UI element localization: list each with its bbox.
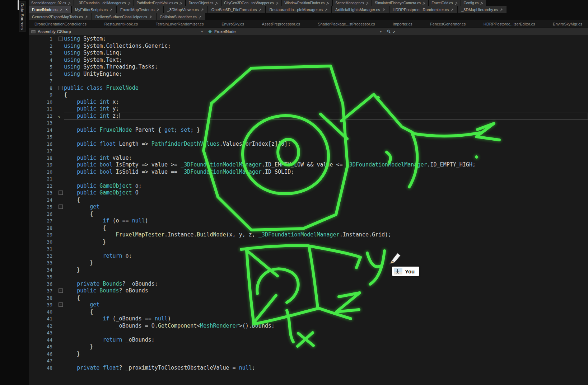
- code-line-3[interactable]: 3using System.Linq;: [29, 50, 588, 57]
- pin-icon[interactable]: [68, 1, 71, 5]
- code-line-48[interactable]: 48 private float? _proximityToClosestObs…: [29, 365, 588, 372]
- tab-importer-cs[interactable]: Importer.cs: [391, 20, 414, 28]
- code-line-16[interactable]: 16 public float Length => PathfinderDept…: [29, 141, 588, 148]
- tab-citygen3dgen-torwrapper-cs[interactable]: CityGen3DGen...torWrapper.cs: [221, 0, 281, 6]
- tab-terrainlayerrandomizer-cs[interactable]: TerrainLayerRandomizer.cs: [154, 20, 205, 28]
- fold-indicator[interactable]: −: [55, 301, 64, 309]
- pin-icon[interactable]: [382, 8, 386, 11]
- tab-windowpositionfinder-cs[interactable]: WindowPositionFinder.cs: [282, 0, 332, 6]
- tab-scenemanager-cs[interactable]: SceneManager.cs: [333, 0, 372, 6]
- fold-indicator[interactable]: −: [55, 85, 64, 92]
- pin-icon[interactable]: [215, 1, 218, 5]
- code-line-20[interactable]: 20 public bool IsSolid => value == _3DFo…: [29, 169, 588, 176]
- tab-enviroskymgr-cs[interactable]: EnviroSkyMgr.cs: [551, 20, 584, 28]
- code-line-29[interactable]: 29 FruxelMapTester.Instance.BuildNode(x,…: [29, 231, 588, 239]
- fold-indicator[interactable]: −: [55, 203, 64, 211]
- pin-icon[interactable]: [325, 8, 328, 11]
- tab-restauranthook-cs[interactable]: RestaurantHook.cs: [103, 20, 140, 28]
- collapse-box-icon[interactable]: −: [59, 205, 63, 209]
- code-line-46[interactable]: 46 }: [29, 351, 588, 358]
- pin-icon[interactable]: [480, 1, 484, 5]
- project-dropdown[interactable]: Assembly-CSharp ▾: [29, 28, 205, 35]
- tab-droneobject-cs[interactable]: DroneObject.cs: [186, 0, 221, 6]
- code-line-21[interactable]: 21: [29, 175, 588, 183]
- code-line-10[interactable]: 10 public int x;: [29, 99, 588, 106]
- pin-icon[interactable]: [60, 8, 63, 11]
- code-line-11[interactable]: 11 public int y;: [29, 105, 588, 113]
- code-line-39[interactable]: 39− get: [29, 301, 588, 309]
- code-line-7[interactable]: 7: [29, 78, 588, 85]
- tab-deliverysurfaceclasshelper-cs[interactable]: DeliverySurfaceClassHelper.cs: [92, 13, 156, 20]
- pin-icon[interactable]: [199, 15, 202, 19]
- code-line-41[interactable]: 41 if (_oBounds == null): [29, 315, 588, 323]
- tab-scenemanager-02-cs[interactable]: SceneManager_02.cs: [29, 0, 74, 6]
- tab--3dfoundatio-delmanager-cs[interactable]: _3DFoundatio...delManager.cs: [74, 0, 133, 6]
- code-line-36[interactable]: 36 private Bounds? _oBounds;: [29, 281, 588, 288]
- tab-config-cs[interactable]: Config.cs: [461, 0, 486, 6]
- tab-fruxelmaptester-cs[interactable]: FruxelMapTester.cs: [117, 6, 163, 13]
- tab-shaderpackage-stprocessor-cs[interactable]: ShaderPackage...stProcessor.cs: [317, 20, 377, 28]
- tab-fruxelgrid-cs[interactable]: FruxelGrid.cs: [429, 0, 460, 6]
- tab-myeditorscripts-cs[interactable]: MyEditorScripts.cs: [72, 6, 116, 13]
- code-line-37[interactable]: 37− public Bounds? oBounds: [29, 287, 588, 295]
- data-sources-tab[interactable]: Data Sources: [19, 1, 25, 32]
- code-line-4[interactable]: 4using System.Text;: [29, 57, 588, 64]
- pin-icon[interactable]: [85, 15, 88, 19]
- pin-icon[interactable]: [201, 8, 204, 11]
- code-line-31[interactable]: 31: [29, 245, 588, 253]
- code-editor[interactable]: 1−using System;2using System.Collections…: [29, 35, 588, 385]
- pin-icon[interactable]: [276, 1, 279, 5]
- code-line-44[interactable]: 44 return _oBounds;: [29, 337, 588, 344]
- code-line-2[interactable]: 2using System.Collections.Generic;: [29, 43, 588, 50]
- collapse-box-icon[interactable]: −: [59, 191, 63, 195]
- code-line-35[interactable]: 35: [29, 273, 588, 281]
- member-dropdown[interactable]: z: [384, 28, 588, 35]
- collapse-box-icon[interactable]: −: [59, 37, 63, 41]
- pin-icon[interactable]: [326, 1, 330, 5]
- tab-onesec3d-fileformat-cs[interactable]: OneSec3D_FileFormat.cs: [208, 6, 266, 13]
- tab-simulatedfisheyecamera-cs[interactable]: SimulatedFisheyeCamera.cs: [372, 0, 428, 6]
- fold-indicator[interactable]: −: [55, 287, 64, 295]
- code-line-8[interactable]: 8−public class FruxelNode: [29, 85, 588, 92]
- code-line-45[interactable]: 45 }: [29, 343, 588, 351]
- tab-envirosky-cs[interactable]: EnviroSky.cs: [220, 20, 246, 28]
- type-dropdown[interactable]: FruxelNode ▾: [205, 28, 384, 35]
- code-line-13[interactable]: 13: [29, 119, 588, 127]
- tab-hdrppostproc-izereditor-cs[interactable]: HDRPPostproc...izerEditor.cs: [482, 20, 537, 28]
- fold-indicator[interactable]: −: [55, 36, 64, 43]
- tab-generator2exportmaptools-cs[interactable]: Generator2ExportMapTools.cs: [29, 13, 92, 20]
- code-line-15[interactable]: 15: [29, 133, 588, 141]
- code-line-12[interactable]: 12✎ public int z;: [29, 113, 588, 120]
- code-line-5[interactable]: 5using System.Threading.Tasks;: [29, 64, 588, 71]
- code-line-14[interactable]: 14 public FruxelNode Parent { get; set; …: [29, 127, 588, 134]
- code-line-42[interactable]: 42 _oBounds = O.GetComponent<MeshRendere…: [29, 323, 588, 330]
- tab-droneorientationcontroller-cs[interactable]: DroneOrientationController.cs: [33, 20, 88, 28]
- pin-icon[interactable]: [179, 1, 183, 5]
- tab--3dmapviewer-cs[interactable]: _3DMapViewer.cs: [164, 6, 207, 13]
- tab-restaurantho-plemanager-cs[interactable]: RestaurantHo...pleManager.cs: [266, 6, 331, 13]
- code-line-25[interactable]: 25− get: [29, 203, 588, 211]
- code-line-9[interactable]: 9{: [29, 91, 588, 99]
- code-line-26[interactable]: 26 {: [29, 211, 588, 218]
- code-line-19[interactable]: 19 public bool IsEmpty => value >= _3DFo…: [29, 161, 588, 169]
- pin-icon[interactable]: [500, 8, 503, 11]
- close-icon[interactable]: ×: [65, 8, 68, 11]
- code-line-22[interactable]: 22 public GameObject o;: [29, 183, 588, 190]
- code-line-32[interactable]: 32 return o;: [29, 253, 588, 260]
- pin-icon[interactable]: [110, 8, 113, 11]
- tab-hdrppostproc-randomizer-cs[interactable]: HDRPPostproc...Randomizer.cs: [389, 6, 458, 13]
- pin-icon[interactable]: [149, 15, 153, 19]
- tab-assetpreprocessor-cs[interactable]: AssetPreprocessor.cs: [261, 20, 302, 28]
- pin-icon[interactable]: [366, 1, 369, 5]
- tab-collisionsubscriber-cs[interactable]: CollisionSubscriber.cs: [157, 13, 205, 20]
- code-line-1[interactable]: 1−using System;: [29, 36, 588, 43]
- code-line-34[interactable]: 34 }: [29, 267, 588, 274]
- pin-icon[interactable]: [455, 1, 458, 5]
- tab-artificiallightsmanager-cs[interactable]: ArtificialLightsManager.cs: [332, 6, 389, 13]
- collapse-box-icon[interactable]: −: [59, 302, 63, 307]
- code-line-27[interactable]: 27 if (o == null): [29, 217, 588, 225]
- code-line-6[interactable]: 6using UnityEngine;: [29, 71, 588, 78]
- code-line-38[interactable]: 38 {: [29, 295, 588, 302]
- collapse-box-icon[interactable]: −: [59, 86, 63, 90]
- pin-icon[interactable]: [259, 8, 262, 11]
